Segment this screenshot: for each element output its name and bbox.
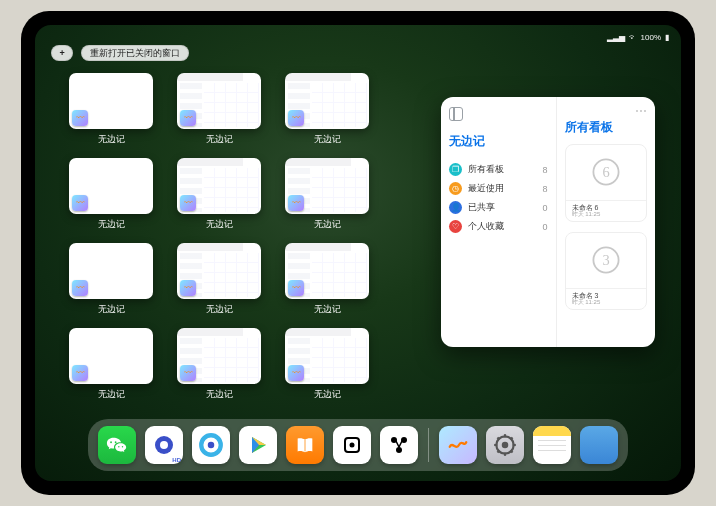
board-meta: 未命名 3昨天 11:25 bbox=[566, 288, 646, 309]
sidebar-category-最近使用[interactable]: ◷最近使用8 bbox=[449, 179, 548, 198]
freeform-app-icon: 〰 bbox=[288, 110, 304, 126]
category-icon: ♡ bbox=[449, 220, 462, 233]
window-thumbnail[interactable]: 〰 bbox=[285, 158, 369, 214]
sidebar-category-个人收藏[interactable]: ♡个人收藏0 bbox=[449, 217, 548, 236]
new-window-button[interactable]: + bbox=[51, 45, 73, 61]
freeform-app-icon: 〰 bbox=[288, 195, 304, 211]
wifi-icon: ᯤ bbox=[629, 33, 637, 42]
window-label: 无边记 bbox=[98, 388, 125, 401]
window-thumbnail[interactable]: 〰 bbox=[285, 243, 369, 299]
dock-app-books[interactable] bbox=[286, 426, 324, 464]
sidebar-category-所有看板[interactable]: ❐所有看板8 bbox=[449, 160, 548, 179]
window-label: 无边记 bbox=[314, 303, 341, 316]
window-label: 无边记 bbox=[98, 303, 125, 316]
app-switcher-window[interactable]: 〰无边记 bbox=[69, 73, 153, 146]
category-count: 8 bbox=[543, 165, 548, 175]
category-icon: ◷ bbox=[449, 182, 462, 195]
dock-app-settings[interactable] bbox=[486, 426, 524, 464]
window-thumbnail[interactable]: 〰 bbox=[69, 73, 153, 129]
sidebar-toggle-icon[interactable] bbox=[449, 107, 463, 121]
category-label: 个人收藏 bbox=[468, 220, 504, 233]
panel-right-title: 所有看板 bbox=[565, 119, 647, 136]
freeform-app-icon: 〰 bbox=[288, 280, 304, 296]
app-switcher-window[interactable]: 〰无边记 bbox=[69, 328, 153, 401]
dock-app-quark[interactable] bbox=[192, 426, 230, 464]
svg-line-19 bbox=[497, 437, 499, 439]
signal-icon: ▂▃▅ bbox=[607, 33, 625, 42]
panel-content: ⋯ 所有看板 6未命名 6昨天 11:253未命名 3昨天 11:25 bbox=[557, 97, 655, 347]
svg-text:6: 6 bbox=[602, 165, 609, 181]
app-switcher-window[interactable]: 〰无边记 bbox=[285, 158, 369, 231]
window-thumbnail[interactable]: 〰 bbox=[177, 73, 261, 129]
more-icon[interactable]: ⋯ bbox=[635, 107, 647, 115]
board-meta: 未命名 6昨天 11:25 bbox=[566, 200, 646, 221]
window-thumbnail[interactable]: 〰 bbox=[69, 243, 153, 299]
window-thumbnail[interactable]: 〰 bbox=[69, 328, 153, 384]
dock-divider bbox=[428, 428, 429, 462]
freeform-app-icon: 〰 bbox=[72, 365, 88, 381]
reopen-closed-window-button[interactable]: 重新打开已关闭的窗口 bbox=[81, 45, 189, 61]
app-switcher-window[interactable]: 〰无边记 bbox=[177, 73, 261, 146]
category-count: 0 bbox=[543, 222, 548, 232]
panel-sidebar: 无边记 ❐所有看板8◷最近使用8👤已共享0♡个人收藏0 bbox=[441, 97, 557, 347]
dock-app-app-library[interactable] bbox=[580, 426, 618, 464]
board-card[interactable]: 3未命名 3昨天 11:25 bbox=[565, 232, 647, 310]
window-label: 无边记 bbox=[314, 218, 341, 231]
dock-app-wechat[interactable] bbox=[98, 426, 136, 464]
window-label: 无边记 bbox=[98, 218, 125, 231]
app-switcher-window[interactable]: 〰无边记 bbox=[285, 328, 369, 401]
svg-line-21 bbox=[497, 450, 499, 452]
window-label: 无边记 bbox=[206, 133, 233, 146]
dock-app-quark-hd[interactable]: HD bbox=[145, 426, 183, 464]
dock-app-dice[interactable] bbox=[333, 426, 371, 464]
svg-line-20 bbox=[510, 450, 512, 452]
svg-point-14 bbox=[502, 442, 509, 449]
window-label: 无边记 bbox=[314, 388, 341, 401]
top-controls: + 重新打开已关闭的窗口 bbox=[51, 45, 189, 61]
freeform-app-icon: 〰 bbox=[72, 195, 88, 211]
category-label: 已共享 bbox=[468, 201, 495, 214]
board-preview: 6 bbox=[566, 145, 646, 200]
svg-point-5 bbox=[160, 441, 168, 449]
freeform-app-icon: 〰 bbox=[180, 195, 196, 211]
freeform-app-icon: 〰 bbox=[180, 365, 196, 381]
dock-app-freeform[interactable] bbox=[439, 426, 477, 464]
freeform-app-icon: 〰 bbox=[72, 280, 88, 296]
app-switcher-grid: 〰无边记〰无边记〰无边记〰无边记〰无边记〰无边记〰无边记〰无边记〰无边记〰无边记… bbox=[69, 73, 439, 401]
dock-app-nodes[interactable] bbox=[380, 426, 418, 464]
dock-app-play[interactable] bbox=[239, 426, 277, 464]
category-label: 所有看板 bbox=[468, 163, 504, 176]
category-count: 8 bbox=[543, 184, 548, 194]
category-label: 最近使用 bbox=[468, 182, 504, 195]
window-thumbnail[interactable]: 〰 bbox=[285, 328, 369, 384]
panel-title: 无边记 bbox=[449, 133, 548, 150]
app-switcher-window[interactable]: 〰无边记 bbox=[177, 158, 261, 231]
freeform-panel[interactable]: 无边记 ❐所有看板8◷最近使用8👤已共享0♡个人收藏0 ⋯ 所有看板 6未命名 … bbox=[441, 97, 655, 347]
ipad-screen: ▂▃▅ ᯤ 100% ▮ + 重新打开已关闭的窗口 〰无边记〰无边记〰无边记〰无… bbox=[35, 25, 681, 481]
app-switcher-window[interactable]: 〰无边记 bbox=[69, 243, 153, 316]
window-thumbnail[interactable]: 〰 bbox=[177, 243, 261, 299]
window-label: 无边记 bbox=[314, 133, 341, 146]
window-thumbnail[interactable]: 〰 bbox=[69, 158, 153, 214]
window-label: 无边记 bbox=[206, 218, 233, 231]
freeform-app-icon: 〰 bbox=[180, 280, 196, 296]
status-bar: ▂▃▅ ᯤ 100% ▮ bbox=[35, 30, 681, 44]
freeform-app-icon: 〰 bbox=[288, 365, 304, 381]
svg-line-22 bbox=[510, 437, 512, 439]
app-switcher-window[interactable]: 〰无边记 bbox=[285, 243, 369, 316]
app-switcher-window[interactable]: 〰无边记 bbox=[177, 243, 261, 316]
app-switcher-window[interactable]: 〰无边记 bbox=[69, 158, 153, 231]
sidebar-category-已共享[interactable]: 👤已共享0 bbox=[449, 198, 548, 217]
svg-point-7 bbox=[208, 442, 215, 449]
app-switcher-window[interactable]: 〰无边记 bbox=[285, 73, 369, 146]
category-icon: ❐ bbox=[449, 163, 462, 176]
window-label: 无边记 bbox=[98, 133, 125, 146]
freeform-app-icon: 〰 bbox=[180, 110, 196, 126]
window-thumbnail[interactable]: 〰 bbox=[177, 158, 261, 214]
window-thumbnail[interactable]: 〰 bbox=[177, 328, 261, 384]
freeform-app-icon: 〰 bbox=[72, 110, 88, 126]
dock-app-notes[interactable] bbox=[533, 426, 571, 464]
window-thumbnail[interactable]: 〰 bbox=[285, 73, 369, 129]
app-switcher-window[interactable]: 〰无边记 bbox=[177, 328, 261, 401]
board-card[interactable]: 6未命名 6昨天 11:25 bbox=[565, 144, 647, 222]
